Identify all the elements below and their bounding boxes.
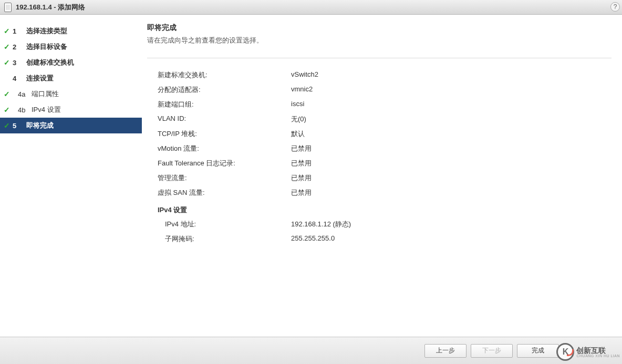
summary-row-tcpip: TCP/IP 堆栈: 默认 xyxy=(158,127,611,141)
step-number: 4 xyxy=(13,75,26,82)
next-button: 下一步 xyxy=(471,344,513,358)
check-icon: ✓ xyxy=(1,121,13,130)
step-label: 选择目标设备 xyxy=(26,42,138,51)
step-label: IPv4 设置 xyxy=(32,105,138,115)
summary-row-vsan: 虚拟 SAN 流量: 已禁用 xyxy=(158,185,611,200)
summary-val: vmnic2 xyxy=(291,85,611,95)
ipv4-section-header: IPv4 设置 xyxy=(158,200,611,217)
summary-key: TCP/IP 堆栈: xyxy=(158,129,291,139)
wizard-footer: 上一步 下一步 完成 xyxy=(0,337,622,364)
summary-key: vMotion 流量: xyxy=(158,144,291,153)
summary-key: 管理流量: xyxy=(158,173,291,183)
step-number: 1 xyxy=(13,27,26,35)
summary-row-vlan: VLAN ID: 无(0) xyxy=(158,112,611,127)
back-button[interactable]: 上一步 xyxy=(424,344,466,358)
summary-val: 无(0) xyxy=(291,115,611,124)
step-number: 2 xyxy=(13,43,26,51)
step-label: 创建标准交换机 xyxy=(26,58,138,67)
summary-key: 子网掩码: xyxy=(158,234,291,244)
summary-row-adapter: 分配的适配器: vmnic2 xyxy=(158,82,611,97)
summary-row-subnet-mask: 子网掩码: 255.255.255.0 xyxy=(158,232,611,246)
help-icon[interactable]: ? xyxy=(610,2,620,12)
wizard-sidebar: ✓ 1 选择连接类型 ✓ 2 选择目标设备 ✓ 3 创建标准交换机 4 连接设置… xyxy=(0,15,142,337)
summary-key: VLAN ID: xyxy=(158,115,291,124)
watermark: K 创新互联 CHUANG XIN HU LIAN xyxy=(556,343,620,361)
summary-row-portgroup: 新建端口组: iscsi xyxy=(158,97,611,112)
wizard-step-ipv4-settings[interactable]: ✓ 4b IPv4 设置 xyxy=(0,102,142,118)
host-icon xyxy=(4,3,12,12)
wizard-step-target-device[interactable]: ✓ 2 选择目标设备 xyxy=(0,39,142,55)
wizard-step-connection-type[interactable]: ✓ 1 选择连接类型 xyxy=(0,23,142,39)
summary-row-management: 管理流量: 已禁用 xyxy=(158,171,611,185)
summary-row-new-switch: 新建标准交换机: vSwitch2 xyxy=(158,68,611,82)
summary-table: 新建标准交换机: vSwitch2 分配的适配器: vmnic2 新建端口组: … xyxy=(147,68,611,246)
page-heading: 即将完成 xyxy=(147,23,611,33)
summary-val: 192.168.1.12 (静态) xyxy=(291,220,611,229)
summary-val: 默认 xyxy=(291,129,611,139)
summary-key: IPv4 地址: xyxy=(158,220,291,229)
watermark-logo-icon: K xyxy=(556,343,574,361)
summary-val: 已禁用 xyxy=(291,159,611,168)
summary-key: 分配的适配器: xyxy=(158,85,291,95)
step-label: 连接设置 xyxy=(26,74,138,83)
check-icon: ✓ xyxy=(1,106,13,114)
window-title: 192.168.1.4 - 添加网络 xyxy=(16,3,85,12)
summary-row-ft-logging: Fault Tolerance 日志记录: 已禁用 xyxy=(158,156,611,171)
summary-val: 已禁用 xyxy=(291,144,611,153)
summary-val: 已禁用 xyxy=(291,188,611,197)
step-label: 端口属性 xyxy=(32,89,138,99)
wizard-content: 即将完成 请在完成向导之前查看您的设置选择。 新建标准交换机: vSwitch2… xyxy=(142,15,622,337)
watermark-cn: 创新互联 xyxy=(576,347,620,354)
page-subheading: 请在完成向导之前查看您的设置选择。 xyxy=(147,36,611,50)
summary-val: 已禁用 xyxy=(291,173,611,183)
main-area: ✓ 1 选择连接类型 ✓ 2 选择目标设备 ✓ 3 创建标准交换机 4 连接设置… xyxy=(0,15,622,337)
summary-key: 新建端口组: xyxy=(158,100,291,109)
divider xyxy=(147,58,611,58)
step-label: 即将完成 xyxy=(26,121,138,130)
wizard-step-create-switch[interactable]: ✓ 3 创建标准交换机 xyxy=(0,55,142,70)
finish-button[interactable]: 完成 xyxy=(517,344,559,358)
watermark-py: CHUANG XIN HU LIAN xyxy=(576,354,620,358)
wizard-step-ready-to-complete[interactable]: ✓ 5 即将完成 xyxy=(0,118,142,133)
step-number: 4b xyxy=(13,106,32,114)
summary-key: 新建标准交换机: xyxy=(158,70,291,80)
watermark-text: 创新互联 CHUANG XIN HU LIAN xyxy=(576,347,620,358)
step-number: 3 xyxy=(13,59,26,67)
step-number: 5 xyxy=(13,122,26,130)
summary-key: Fault Tolerance 日志记录: xyxy=(158,159,291,168)
wizard-step-connection-settings[interactable]: 4 连接设置 xyxy=(0,70,142,86)
step-label: 选择连接类型 xyxy=(26,26,138,36)
wizard-step-port-properties[interactable]: ✓ 4a 端口属性 xyxy=(0,86,142,102)
check-icon: ✓ xyxy=(1,27,13,35)
summary-val: iscsi xyxy=(291,100,611,109)
check-icon: ✓ xyxy=(1,43,13,51)
summary-key: 虚拟 SAN 流量: xyxy=(158,188,291,197)
summary-val: vSwitch2 xyxy=(291,70,611,80)
summary-val: 255.255.255.0 xyxy=(291,234,611,244)
titlebar: 192.168.1.4 - 添加网络 ? xyxy=(0,0,622,15)
summary-row-vmotion: vMotion 流量: 已禁用 xyxy=(158,141,611,156)
step-number: 4a xyxy=(13,90,32,98)
check-icon: ✓ xyxy=(1,58,13,67)
check-icon: ✓ xyxy=(1,90,13,98)
summary-row-ipv4-address: IPv4 地址: 192.168.1.12 (静态) xyxy=(158,217,611,232)
